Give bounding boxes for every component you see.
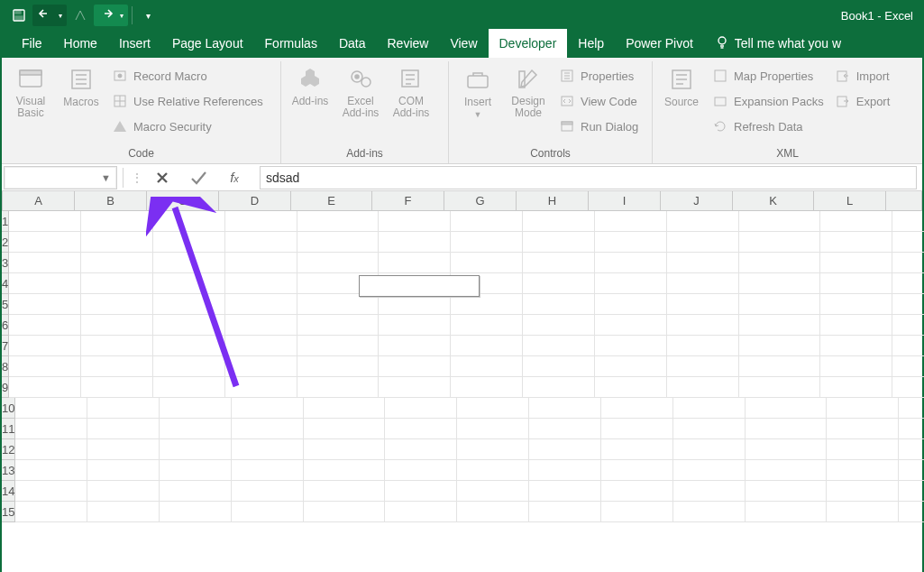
tab-review[interactable]: Review — [377, 29, 440, 58]
run-dialog-button[interactable]: Run Dialog — [555, 115, 642, 137]
cell[interactable] — [746, 398, 827, 419]
refresh-data-button[interactable]: Refresh Data — [709, 115, 828, 137]
cell[interactable] — [746, 419, 827, 439]
cell[interactable] — [595, 336, 667, 356]
cell[interactable] — [523, 211, 595, 232]
cell[interactable] — [297, 377, 379, 398]
cell[interactable] — [9, 211, 81, 232]
cell[interactable] — [820, 315, 892, 336]
cell[interactable] — [160, 419, 232, 439]
cell[interactable] — [232, 502, 304, 522]
tell-me-search[interactable]: Tell me what you w — [704, 29, 852, 58]
cell[interactable] — [820, 294, 892, 315]
row-header[interactable]: 8 — [2, 356, 9, 377]
cell[interactable] — [385, 439, 457, 460]
cell[interactable] — [892, 253, 924, 273]
cell[interactable] — [827, 460, 899, 481]
cell[interactable] — [225, 356, 297, 377]
grid-row[interactable]: 5 — [2, 294, 922, 315]
insert-control-button[interactable]: Insert ▼ — [454, 63, 501, 119]
cell[interactable] — [595, 377, 667, 398]
cell[interactable] — [153, 294, 225, 315]
map-properties-button[interactable]: Map Properties — [709, 65, 828, 87]
cell[interactable] — [81, 253, 153, 273]
cell[interactable] — [297, 211, 379, 232]
cell[interactable] — [153, 377, 225, 398]
touch-mode-icon[interactable] — [69, 4, 92, 27]
cell[interactable] — [379, 294, 451, 315]
cell[interactable] — [87, 481, 160, 502]
cell[interactable] — [385, 460, 457, 481]
cell[interactable] — [529, 481, 601, 502]
column-header[interactable]: C — [147, 191, 219, 210]
cell[interactable] — [523, 294, 595, 315]
column-header[interactable] — [886, 191, 922, 210]
cell[interactable] — [892, 356, 924, 377]
cell[interactable] — [81, 336, 153, 356]
save-button[interactable] — [7, 4, 31, 27]
cell[interactable] — [523, 336, 595, 356]
cell[interactable] — [899, 439, 924, 460]
cell[interactable] — [379, 336, 451, 356]
cell[interactable] — [827, 481, 899, 502]
cell[interactable] — [601, 398, 673, 419]
cell[interactable] — [153, 336, 225, 356]
cell[interactable] — [160, 460, 232, 481]
grid-row[interactable]: 10 — [2, 398, 922, 419]
cell[interactable] — [379, 253, 451, 273]
cell[interactable] — [385, 398, 457, 419]
column-headers[interactable]: A B C D E F G H I J K L — [2, 191, 922, 211]
record-macro-button[interactable]: Record Macro — [108, 65, 267, 87]
cell[interactable] — [529, 419, 601, 439]
cell[interactable] — [160, 439, 232, 460]
cell[interactable] — [225, 232, 297, 253]
cell[interactable] — [457, 398, 529, 419]
cell[interactable] — [601, 460, 673, 481]
cell[interactable] — [667, 336, 739, 356]
row-header[interactable]: 6 — [2, 315, 9, 336]
cell[interactable] — [673, 419, 746, 439]
chevron-down-icon[interactable]: ▾ — [56, 12, 65, 20]
column-header[interactable]: B — [75, 191, 147, 210]
tab-help[interactable]: Help — [567, 29, 615, 58]
cell[interactable] — [87, 460, 160, 481]
cell[interactable] — [87, 398, 160, 419]
cell[interactable] — [827, 398, 899, 419]
customize-qat-button[interactable]: ▾ — [136, 4, 160, 27]
cell[interactable] — [304, 460, 385, 481]
column-header[interactable]: H — [517, 191, 589, 210]
cell[interactable] — [9, 273, 81, 294]
cell[interactable] — [379, 377, 451, 398]
grid-row[interactable]: 1 — [2, 211, 922, 232]
grid-row[interactable]: 7 — [2, 336, 922, 356]
cell[interactable] — [827, 419, 899, 439]
cell[interactable] — [529, 502, 601, 522]
chevron-down-icon[interactable]: ▼ — [101, 172, 111, 183]
cell[interactable] — [820, 377, 892, 398]
cell[interactable] — [457, 439, 529, 460]
cell[interactable] — [739, 377, 820, 398]
cell[interactable] — [304, 398, 385, 419]
cell[interactable] — [304, 481, 385, 502]
grid-row[interactable]: 13 — [2, 460, 922, 481]
grid-row[interactable]: 8 — [2, 356, 922, 377]
cell[interactable] — [523, 315, 595, 336]
row-header[interactable]: 9 — [2, 377, 9, 398]
cell[interactable] — [667, 211, 739, 232]
tab-home[interactable]: Home — [53, 29, 108, 58]
excel-addins-button[interactable]: Excel Add-ins — [337, 63, 384, 119]
cell[interactable] — [673, 398, 746, 419]
cell[interactable] — [451, 294, 523, 315]
cell[interactable] — [15, 481, 87, 502]
column-header[interactable]: A — [3, 191, 75, 210]
cell[interactable] — [81, 315, 153, 336]
cell[interactable] — [153, 356, 225, 377]
import-button[interactable]: Import — [831, 65, 894, 87]
cell[interactable] — [160, 481, 232, 502]
cell[interactable] — [892, 294, 924, 315]
column-header[interactable]: I — [589, 191, 661, 210]
enter-button[interactable] — [180, 165, 216, 190]
cell[interactable] — [667, 356, 739, 377]
cell[interactable] — [451, 356, 523, 377]
cell[interactable] — [820, 336, 892, 356]
